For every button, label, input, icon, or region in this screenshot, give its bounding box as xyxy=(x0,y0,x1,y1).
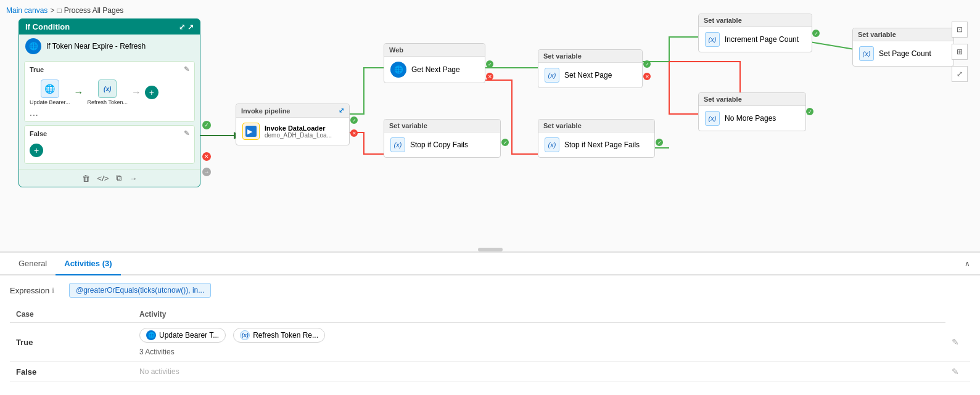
increment-label: Increment Page Count xyxy=(725,35,799,44)
set-next-success: ✓ xyxy=(643,60,651,68)
set-page-count-var-icon: (x) xyxy=(859,46,874,61)
expression-row: Expression ℹ @greaterOrEquals(ticks(utcn… xyxy=(10,283,970,298)
tab-general[interactable]: General xyxy=(10,253,56,275)
web-success: ✓ xyxy=(486,60,493,68)
zoom-fit-btn[interactable]: ⊡ xyxy=(952,22,968,38)
refresh-token-chip[interactable]: (x) Refresh Token Re... xyxy=(233,328,325,343)
set-page-count-node: Set variable (x) Set Page Count xyxy=(852,28,954,67)
edit-icon-false[interactable]: ✎ xyxy=(184,129,189,137)
node-bottom-toolbar: 🗑 </> ⧉ → xyxy=(19,169,200,187)
add-false-activity-btn[interactable]: + xyxy=(30,144,43,157)
no-more-pages-header: Set variable xyxy=(699,93,805,106)
update-bearer-chip-icon: 🌐 xyxy=(146,330,156,340)
invoke-expand-icon[interactable]: ⤢ xyxy=(339,107,344,115)
globe-icon: 🌐 xyxy=(25,38,41,54)
invoke-pipeline-node: Invoke pipeline ⤢ ▶ Invoke DataLoader de… xyxy=(236,104,350,145)
no-more-pages-node: Set variable (x) No More Pages xyxy=(698,92,806,131)
if-else-connector: → xyxy=(202,168,211,176)
panel-content: Expression ℹ @greaterOrEquals(ticks(utcn… xyxy=(0,275,980,389)
breadcrumb-main[interactable]: Main canvas xyxy=(6,6,47,15)
set-page-count-label: Set Page Count xyxy=(879,49,931,58)
web-globe-icon: 🌐 xyxy=(390,62,406,78)
code-icon[interactable]: </> xyxy=(97,174,109,183)
false-edit-cell: ✎ xyxy=(945,362,970,382)
tab-activities[interactable]: Activities (3) xyxy=(56,253,120,275)
true-case-activities: 🌐 Update Bearer T... (x) Refresh Token R… xyxy=(133,323,945,362)
no-more-pages-label: No More Pages xyxy=(725,114,776,123)
edit-icon-true[interactable]: ✎ xyxy=(184,65,189,73)
true-case-name: True xyxy=(10,323,133,362)
web-get-next-page-node: Web 🌐 Get Next Page xyxy=(384,43,485,83)
update-bearer-icon: 🌐 xyxy=(41,79,59,98)
false-case-name: False xyxy=(10,362,133,382)
arrow-true-1: → xyxy=(74,87,84,98)
stop-next-page-label: Stop if Next Page Fails xyxy=(564,140,640,149)
stop-copy-label: Stop if Copy Fails xyxy=(410,140,468,149)
breadcrumb: Main canvas > □ Process All Pages xyxy=(6,6,123,15)
false-activities: + xyxy=(30,141,189,160)
increment-success: ✓ xyxy=(812,30,820,37)
if-condition-header: If Condition ⤢ ↗ xyxy=(19,19,200,35)
expand-btn[interactable]: ⤢ xyxy=(952,66,968,82)
stop-next-var-icon: (x) xyxy=(545,137,559,152)
invoke-subname: demo_ADH_Data_Loa... xyxy=(265,132,332,139)
arrow-icon[interactable]: ↗ xyxy=(187,23,194,31)
true-edit-cell: ✎ xyxy=(945,323,970,362)
copy-icon[interactable]: ⧉ xyxy=(116,173,121,183)
corner-icons: ⤢ ↗ xyxy=(179,23,194,31)
refresh-token-chip-icon: (x) xyxy=(240,330,250,340)
increment-body: (x) Increment Page Count xyxy=(699,27,812,52)
stop-copy-fails-body: (x) Stop if Copy Fails xyxy=(384,132,500,157)
cases-thead: Case Activity xyxy=(10,306,970,323)
true-edit-icon[interactable]: ✎ xyxy=(952,337,959,347)
if-fail-connector: ✕ xyxy=(202,152,211,161)
expression-label: Expression ℹ xyxy=(10,286,59,295)
invoke-pipeline-body: ▶ Invoke DataLoader demo_ADH_Data_Loa... xyxy=(236,118,349,145)
true-case-row: True 🌐 Update Bearer T... (x) xyxy=(10,323,970,362)
breadcrumb-current: Process All Pages xyxy=(64,6,124,15)
refresh-token-chip-label: Refresh Token Re... xyxy=(253,331,318,340)
invoke-fail: ✕ xyxy=(350,129,358,137)
panel-tabs: General Activities (3) ∧ xyxy=(0,253,980,275)
refresh-token-icon: (x) xyxy=(98,79,117,98)
set-stop-next-page-fails-node: Set variable (x) Stop if Next Page Fails xyxy=(538,119,655,158)
no-more-pages-body: (x) No More Pages xyxy=(699,106,805,131)
no-activities-text: No activities xyxy=(139,367,179,376)
if-condition-title: If Condition xyxy=(25,22,70,31)
activity-col-header: Activity xyxy=(133,306,945,323)
stop-copy-var-icon: (x) xyxy=(390,137,405,152)
zoom-selection-btn[interactable]: ⊞ xyxy=(952,44,968,60)
canvas-area: Main canvas > □ Process All Pages xyxy=(0,0,980,253)
stop-next-page-header: Set variable xyxy=(538,120,654,132)
panel-collapse-btn[interactable]: ∧ xyxy=(965,259,970,268)
set-var-stop-copy-fails-node: Set variable (x) Stop if Copy Fails xyxy=(384,119,501,158)
increment-header: Set variable xyxy=(699,14,812,27)
stop-copy-fails-header: Set variable xyxy=(384,120,500,132)
set-next-page-node: Set variable (x) Set Next Page xyxy=(538,49,643,88)
stop-next-page-body: (x) Stop if Next Page Fails xyxy=(538,132,654,157)
invoke-success: ✓ xyxy=(350,116,358,124)
false-case-activities: No activities xyxy=(133,362,945,382)
invoke-name: Invoke DataLoader xyxy=(265,124,332,132)
if-condition-subtitle-text: If Token Near Expire - Refresh xyxy=(46,42,146,51)
true-activities: 🌐 Update Bearer... → (x) Refresh Token..… xyxy=(30,77,189,108)
cases-tbody: True 🌐 Update Bearer T... (x) xyxy=(10,323,970,382)
resize-handle[interactable] xyxy=(478,248,503,251)
arrow-icon-toolbar[interactable]: → xyxy=(129,174,137,183)
no-more-success: ✓ xyxy=(806,108,813,115)
expression-value[interactable]: @greaterOrEquals(ticks(utcnow()), in... xyxy=(69,283,211,298)
add-true-activity-btn[interactable]: + xyxy=(145,86,159,99)
update-bearer-chip[interactable]: 🌐 Update Bearer T... xyxy=(139,328,226,343)
delete-icon[interactable]: 🗑 xyxy=(82,174,90,183)
stop-next-success: ✓ xyxy=(656,139,663,146)
no-more-pages-var-icon: (x) xyxy=(705,111,720,126)
invoke-icon: ▶ xyxy=(242,123,260,140)
set-next-page-body: (x) Set Next Page xyxy=(538,63,642,88)
if-true-section: True ✎ 🌐 Update Bearer... → (x) Refresh … xyxy=(24,61,195,122)
stop-copy-success: ✓ xyxy=(501,139,509,146)
web-header: Web xyxy=(384,44,485,57)
expand-icon[interactable]: ⤢ xyxy=(179,23,185,31)
arrow-true-2: → xyxy=(131,87,141,98)
false-edit-icon[interactable]: ✎ xyxy=(952,367,959,377)
if-condition-subtitle: 🌐 If Token Near Expire - Refresh xyxy=(19,35,200,58)
